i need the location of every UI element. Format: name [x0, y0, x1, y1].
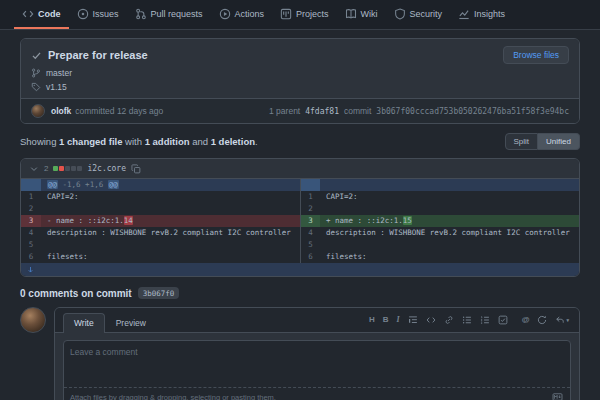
- tab-label: Issues: [93, 9, 119, 19]
- markdown-toolbar: H B I @ ▾: [369, 315, 571, 332]
- quote-icon[interactable]: [408, 315, 418, 325]
- tab-projects[interactable]: Projects: [272, 0, 337, 29]
- tag-name: v1.15: [46, 82, 67, 92]
- tab-write[interactable]: Write: [63, 313, 105, 333]
- changed-files-summary: Showing 1 changed file with 1 addition a…: [20, 136, 258, 147]
- issue-icon: [77, 8, 89, 20]
- comments-count-heading: 0 comments on commit: [20, 288, 132, 299]
- avatar[interactable]: [20, 307, 46, 333]
- attach-files-text: Attach files by dragging & dropping, sel…: [70, 393, 276, 400]
- tab-security[interactable]: Security: [386, 0, 451, 29]
- tab-label: Security: [410, 9, 443, 19]
- hunk-header-row: @@ -1,6 +1,6 @@: [21, 179, 579, 191]
- italic-icon[interactable]: I: [397, 316, 400, 324]
- parent-hash-link[interactable]: 4fdaf81: [305, 107, 339, 116]
- heading-icon[interactable]: H: [369, 316, 375, 324]
- changed-lines-count: 2: [44, 164, 48, 173]
- link-icon[interactable]: [444, 315, 454, 325]
- tab-preview[interactable]: Preview: [105, 313, 157, 333]
- expand-diff-bar: [21, 263, 579, 276]
- unified-view-button[interactable]: Unified: [538, 133, 580, 150]
- expand-down-icon[interactable]: [26, 265, 35, 274]
- shield-icon: [394, 8, 406, 20]
- tab-insights[interactable]: Insights: [450, 0, 513, 29]
- chevron-down-icon[interactable]: [29, 164, 39, 174]
- tab-pull-requests[interactable]: Pull requests: [127, 0, 211, 29]
- tab-label: Pull requests: [151, 9, 203, 19]
- browse-files-button[interactable]: Browse files: [503, 46, 569, 64]
- pull-request-icon: [135, 8, 147, 20]
- split-diff-table: @@ -1,6 +1,6 @@ 1CAPI=2: 1CAPI=2: 2 2 3 …: [21, 179, 579, 263]
- parent-label: 1 parent: [269, 106, 300, 116]
- commit-author[interactable]: olofk: [51, 106, 71, 116]
- diff-filename[interactable]: i2c.core: [87, 164, 126, 173]
- tab-issues[interactable]: Issues: [69, 0, 127, 29]
- book-icon: [345, 8, 357, 20]
- tab-label: Insights: [474, 9, 505, 19]
- diff-context-row: 6filesets: 6filesets:: [21, 251, 579, 263]
- split-view-button[interactable]: Split: [505, 133, 539, 150]
- diff-context-row: 2 2: [21, 203, 579, 215]
- code-icon: [22, 8, 34, 20]
- branch-name: master: [46, 68, 72, 78]
- diffstat-squares: [53, 166, 82, 171]
- diff-context-row: 5 5: [21, 239, 579, 251]
- commit-time: committed 12 days ago: [75, 106, 163, 116]
- commit-full-hash: 3b067f00cccad753b050262476ba51f58f3e94bc: [376, 107, 569, 116]
- diff-file-box: 2 i2c.core @@ -1,6 +1,6 @@ 1CAPI=2: 1CAP…: [20, 158, 580, 277]
- mention-icon[interactable]: @: [522, 316, 530, 324]
- tab-label: Code: [38, 9, 61, 19]
- commit-title: Prepare for release: [48, 49, 497, 61]
- attach-files-area[interactable]: Attach files by dragging & dropping, sel…: [64, 387, 570, 400]
- tab-label: Projects: [296, 9, 329, 19]
- branch-icon: [31, 68, 41, 78]
- code-icon[interactable]: [426, 315, 436, 325]
- tab-code[interactable]: Code: [14, 0, 69, 29]
- check-icon: [31, 50, 42, 61]
- unordered-list-icon[interactable]: [462, 315, 472, 325]
- tag-icon: [31, 82, 41, 92]
- tab-wiki[interactable]: Wiki: [337, 0, 386, 29]
- repo-nav: Code Issues Pull requests Actions Projec…: [0, 0, 600, 30]
- tab-label: Wiki: [361, 9, 378, 19]
- tag-row[interactable]: v1.15: [31, 82, 569, 92]
- commit-short-hash-badge: 3b067f0: [138, 287, 180, 299]
- commit-page: Prepare for release Browse files master …: [0, 30, 600, 400]
- avatar[interactable]: [31, 104, 45, 118]
- tab-label: Actions: [235, 9, 265, 19]
- branch-row[interactable]: master: [31, 68, 569, 78]
- projects-icon: [280, 8, 292, 20]
- task-list-icon[interactable]: [498, 315, 508, 325]
- markdown-icon[interactable]: [551, 392, 564, 400]
- diff-context-row: 4description : WISHBONE revB.2 compliant…: [21, 227, 579, 239]
- caret-down-icon: ▾: [566, 318, 569, 323]
- comment-form: Write Preview H B I @ ▾: [54, 307, 580, 400]
- graph-icon: [458, 8, 470, 20]
- copy-icon[interactable]: [131, 164, 141, 174]
- bold-icon[interactable]: B: [383, 316, 389, 324]
- cross-reference-icon[interactable]: [537, 315, 547, 325]
- actions-icon: [219, 8, 231, 20]
- tab-actions[interactable]: Actions: [211, 0, 273, 29]
- commit-header-box: Prepare for release Browse files master …: [20, 38, 580, 124]
- ordered-list-icon[interactable]: [480, 315, 490, 325]
- diff-change-row: 3 - name : ::i2c:1.14 3 + name : ::i2c:1…: [21, 215, 579, 227]
- diff-context-row: 1CAPI=2: 1CAPI=2:: [21, 191, 579, 203]
- commit-label: commit: [344, 106, 371, 116]
- comment-input[interactable]: [64, 341, 570, 387]
- saved-reply-icon[interactable]: ▾: [555, 315, 569, 325]
- diff-view-toggle: Split Unified: [505, 133, 580, 150]
